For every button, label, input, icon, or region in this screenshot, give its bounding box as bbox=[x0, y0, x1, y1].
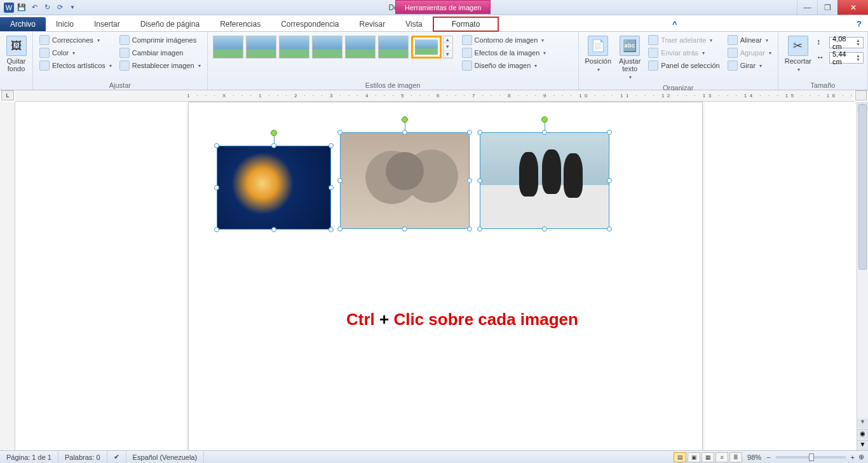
bring-forward-button[interactable]: Traer adelante▾ bbox=[646, 34, 722, 46]
resize-handle[interactable] bbox=[337, 178, 342, 183]
previous-page-button[interactable]: ◉ bbox=[857, 429, 868, 439]
resize-handle[interactable] bbox=[337, 130, 342, 135]
status-proofing[interactable]: ✔ bbox=[107, 451, 126, 463]
style-thumb-7[interactable] bbox=[411, 36, 442, 59]
resize-handle[interactable] bbox=[607, 226, 612, 232]
selected-image-1[interactable] bbox=[217, 146, 331, 230]
zoom-slider-knob[interactable] bbox=[809, 453, 814, 461]
tab-vista[interactable]: Vista bbox=[395, 17, 432, 31]
qat-dropdown-icon[interactable]: ▼ bbox=[67, 3, 78, 13]
vertical-ruler[interactable] bbox=[0, 102, 15, 450]
reset-picture-button[interactable]: Restablecer imagen▾ bbox=[117, 60, 203, 71]
resize-handle[interactable] bbox=[542, 226, 547, 232]
document-canvas[interactable]: Ctrl + Clic sobre cada imagen bbox=[15, 102, 857, 450]
resize-handle[interactable] bbox=[214, 143, 219, 148]
view-ruler-toggle[interactable] bbox=[855, 90, 867, 100]
tab-correspondencia[interactable]: Correspondencia bbox=[271, 17, 349, 31]
resize-handle[interactable] bbox=[477, 130, 482, 135]
restore-button[interactable]: ❐ bbox=[817, 0, 837, 15]
width-input[interactable]: 5,44 cm▲▼ bbox=[829, 52, 864, 64]
corrections-button[interactable]: Correcciones▾ bbox=[37, 34, 114, 46]
status-page[interactable]: Página: 1 de 1 bbox=[0, 451, 58, 463]
picture-styles-gallery[interactable]: ▴▾▾ bbox=[212, 34, 453, 60]
rotate-handle-icon[interactable] bbox=[271, 130, 277, 136]
view-print-layout-button[interactable]: ▤ bbox=[674, 452, 686, 462]
selected-image-3[interactable] bbox=[480, 132, 609, 229]
resize-handle[interactable] bbox=[337, 226, 342, 232]
zoom-fit-button[interactable]: ⊕ bbox=[858, 453, 864, 461]
close-button[interactable]: ✕ bbox=[837, 0, 868, 15]
resize-handle[interactable] bbox=[607, 130, 612, 135]
repeat-icon[interactable]: ⟳ bbox=[55, 3, 65, 13]
artistic-effects-button[interactable]: Efectos artísticos▾ bbox=[37, 60, 114, 71]
change-picture-button[interactable]: Cambiar imagen bbox=[117, 47, 203, 59]
selected-image-2[interactable] bbox=[340, 132, 470, 229]
resize-handle[interactable] bbox=[467, 226, 472, 232]
resize-handle[interactable] bbox=[542, 130, 547, 135]
redo-icon[interactable]: ↻ bbox=[42, 3, 52, 13]
picture-layout-button[interactable]: Diseño de imagen▾ bbox=[459, 60, 549, 71]
zoom-slider[interactable] bbox=[776, 456, 846, 459]
status-language[interactable]: Español (Venezuela) bbox=[126, 451, 205, 463]
horizontal-ruler[interactable]: 1 · · · X · · · 1 · · · 2 · · · 3 · · · … bbox=[15, 90, 854, 102]
view-outline-button[interactable]: ≡ bbox=[715, 452, 728, 462]
remove-background-button[interactable]: 🖼 Quitar fondo bbox=[4, 34, 29, 74]
tab-referencias[interactable]: Referencias bbox=[210, 17, 271, 31]
file-tab[interactable]: Archivo bbox=[0, 17, 46, 31]
selection-pane-button[interactable]: Panel de selección bbox=[646, 60, 722, 71]
tab-inicio[interactable]: Inicio bbox=[46, 17, 84, 31]
resize-handle[interactable] bbox=[477, 226, 482, 232]
help-icon[interactable]: ? bbox=[850, 17, 868, 31]
resize-handle[interactable] bbox=[467, 130, 472, 135]
resize-handle[interactable] bbox=[214, 227, 219, 232]
zoom-level[interactable]: 98% bbox=[747, 453, 761, 461]
color-button[interactable]: Color▾ bbox=[37, 47, 114, 59]
status-words[interactable]: Palabras: 0 bbox=[58, 451, 107, 463]
compress-pictures-button[interactable]: Comprimir imágenes bbox=[117, 34, 203, 46]
tab-insertar[interactable]: Insertar bbox=[84, 17, 130, 31]
tab-revisar[interactable]: Revisar bbox=[349, 17, 396, 31]
height-input[interactable]: 4,08 cm▲▼ bbox=[829, 37, 864, 48]
picture-border-button[interactable]: Contorno de imagen▾ bbox=[459, 34, 549, 46]
crop-button[interactable]: ✂Recortar▾ bbox=[782, 34, 814, 75]
style-thumb-3[interactable] bbox=[279, 36, 309, 59]
style-thumb-1[interactable] bbox=[213, 36, 243, 59]
zoom-out-button[interactable]: − bbox=[766, 453, 770, 461]
tab-selector[interactable]: L bbox=[1, 90, 14, 100]
rotate-handle-icon[interactable] bbox=[402, 116, 408, 123]
rotate-button[interactable]: Girar▾ bbox=[725, 60, 774, 71]
zoom-in-button[interactable]: + bbox=[851, 453, 855, 461]
vertical-scrollbar[interactable]: ▲ ▼ ◉ ▼ bbox=[857, 102, 868, 450]
style-thumb-6[interactable] bbox=[378, 36, 409, 59]
resize-handle[interactable] bbox=[329, 227, 334, 232]
tab-formato[interactable]: Formato bbox=[433, 17, 499, 32]
picture-effects-button[interactable]: Efectos de la imagen▾ bbox=[459, 47, 549, 59]
styles-gallery-more[interactable]: ▴▾▾ bbox=[443, 36, 453, 59]
resize-handle[interactable] bbox=[607, 178, 612, 183]
undo-icon[interactable]: ↶ bbox=[29, 3, 39, 13]
resize-handle[interactable] bbox=[402, 226, 407, 232]
position-button[interactable]: 📄Posición▾ bbox=[583, 34, 614, 75]
resize-handle[interactable] bbox=[477, 178, 482, 183]
send-backward-button[interactable]: Enviar atrás▾ bbox=[646, 47, 722, 59]
minimize-button[interactable]: — bbox=[797, 0, 817, 15]
view-full-screen-button[interactable]: ▣ bbox=[688, 452, 700, 462]
next-page-button[interactable]: ▼ bbox=[857, 440, 868, 450]
view-web-layout-button[interactable]: ▦ bbox=[702, 452, 714, 462]
resize-handle[interactable] bbox=[271, 143, 276, 148]
resize-handle[interactable] bbox=[271, 227, 276, 232]
scroll-down-icon[interactable]: ▼ bbox=[857, 418, 868, 429]
align-button[interactable]: Alinear▾ bbox=[725, 34, 774, 46]
resize-handle[interactable] bbox=[329, 185, 334, 190]
resize-handle[interactable] bbox=[214, 185, 219, 190]
resize-handle[interactable] bbox=[329, 143, 334, 148]
group-button[interactable]: Agrupar▾ bbox=[725, 47, 774, 59]
style-thumb-5[interactable] bbox=[345, 36, 376, 59]
resize-handle[interactable] bbox=[402, 130, 407, 135]
wrap-text-button[interactable]: 🔤Ajustar texto▾ bbox=[616, 34, 643, 83]
scrollbar-thumb[interactable] bbox=[858, 104, 867, 270]
style-thumb-2[interactable] bbox=[246, 36, 276, 59]
resize-handle[interactable] bbox=[467, 178, 472, 183]
view-draft-button[interactable]: ≣ bbox=[729, 452, 742, 462]
save-icon[interactable]: 💾 bbox=[17, 3, 27, 13]
